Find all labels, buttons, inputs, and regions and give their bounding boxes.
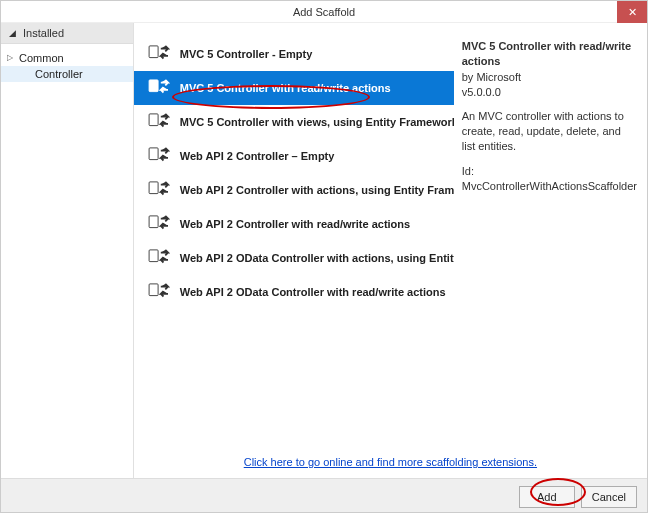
svg-rect-7 bbox=[149, 284, 158, 296]
svg-rect-2 bbox=[149, 114, 158, 126]
content-row: MVC 5 Controller - EmptyMVC 5 Controller… bbox=[134, 23, 647, 450]
chevron-right-icon: ▷ bbox=[7, 53, 13, 62]
sidebar: ◢ Installed ▷ Common Controller bbox=[1, 23, 134, 478]
svg-rect-1 bbox=[149, 80, 158, 92]
window-title: Add Scaffold bbox=[293, 6, 355, 18]
add-button[interactable]: Add bbox=[519, 486, 575, 508]
online-link-row: Click here to go online and find more sc… bbox=[134, 450, 647, 478]
scaffold-icon bbox=[148, 181, 170, 199]
tree-node-label: Common bbox=[19, 52, 64, 64]
scaffold-item[interactable]: Web API 2 Controller – Empty bbox=[134, 139, 454, 173]
svg-rect-4 bbox=[149, 182, 158, 194]
scaffold-item[interactable]: MVC 5 Controller with read/write actions bbox=[134, 71, 454, 105]
online-extensions-link[interactable]: Click here to go online and find more sc… bbox=[244, 456, 537, 468]
titlebar: Add Scaffold ✕ bbox=[1, 1, 647, 23]
details-id: Id: MvcControllerWithActionsScaffolder bbox=[462, 164, 637, 194]
scaffold-item[interactable]: Web API 2 OData Controller with actions,… bbox=[134, 241, 454, 275]
details-pane: MVC 5 Controller with read/write actions… bbox=[454, 23, 647, 450]
scaffold-item-label: MVC 5 Controller with views, using Entit… bbox=[180, 116, 454, 128]
scaffold-icon bbox=[148, 147, 170, 165]
scaffold-item-label: Web API 2 Controller with actions, using… bbox=[180, 184, 454, 196]
tree-node-controller[interactable]: Controller bbox=[1, 66, 133, 82]
svg-rect-6 bbox=[149, 250, 158, 262]
scaffold-item-label: MVC 5 Controller with read/write actions bbox=[180, 82, 391, 94]
scaffold-icon bbox=[148, 283, 170, 301]
scaffold-item-label: MVC 5 Controller - Empty bbox=[180, 48, 313, 60]
sidebar-header-label: Installed bbox=[23, 27, 64, 39]
scaffold-item-label: Web API 2 OData Controller with actions,… bbox=[180, 252, 454, 264]
details-version: v5.0.0.0 bbox=[462, 85, 637, 100]
scaffold-item[interactable]: MVC 5 Controller - Empty bbox=[134, 37, 454, 71]
scaffold-icon bbox=[148, 45, 170, 63]
sidebar-tree: ▷ Common Controller bbox=[1, 44, 133, 82]
scaffold-icon bbox=[148, 79, 170, 97]
scaffold-item[interactable]: MVC 5 Controller with views, using Entit… bbox=[134, 105, 454, 139]
details-author: by Microsoft bbox=[462, 70, 637, 85]
tree-child-label: Controller bbox=[35, 68, 83, 80]
svg-rect-0 bbox=[149, 46, 158, 58]
scaffold-item-label: Web API 2 Controller with read/write act… bbox=[180, 218, 410, 230]
cancel-button[interactable]: Cancel bbox=[581, 486, 637, 508]
tree-node-common[interactable]: ▷ Common bbox=[1, 50, 133, 66]
details-description: An MVC controller with actions to create… bbox=[462, 109, 637, 154]
scaffold-item[interactable]: Web API 2 OData Controller with read/wri… bbox=[134, 275, 454, 309]
collapse-icon: ◢ bbox=[9, 28, 16, 38]
close-button[interactable]: ✕ bbox=[617, 1, 647, 23]
scaffold-icon bbox=[148, 215, 170, 233]
scaffold-item-label: Web API 2 Controller – Empty bbox=[180, 150, 335, 162]
scaffold-item-label: Web API 2 OData Controller with read/wri… bbox=[180, 286, 446, 298]
main-pane: MVC 5 Controller - EmptyMVC 5 Controller… bbox=[134, 23, 647, 478]
dialog-body: ◢ Installed ▷ Common Controller MVC 5 Co… bbox=[1, 23, 647, 478]
scaffold-item[interactable]: Web API 2 Controller with actions, using… bbox=[134, 173, 454, 207]
scaffold-icon bbox=[148, 249, 170, 267]
dialog-footer: Add Cancel bbox=[1, 478, 647, 513]
svg-rect-3 bbox=[149, 148, 158, 160]
svg-rect-5 bbox=[149, 216, 158, 228]
scaffold-icon bbox=[148, 113, 170, 131]
scaffold-item[interactable]: Web API 2 Controller with read/write act… bbox=[134, 207, 454, 241]
details-title: MVC 5 Controller with read/write actions bbox=[462, 39, 637, 69]
sidebar-header-installed[interactable]: ◢ Installed bbox=[1, 23, 133, 44]
scaffold-list: MVC 5 Controller - EmptyMVC 5 Controller… bbox=[134, 23, 454, 450]
close-icon: ✕ bbox=[628, 6, 637, 19]
